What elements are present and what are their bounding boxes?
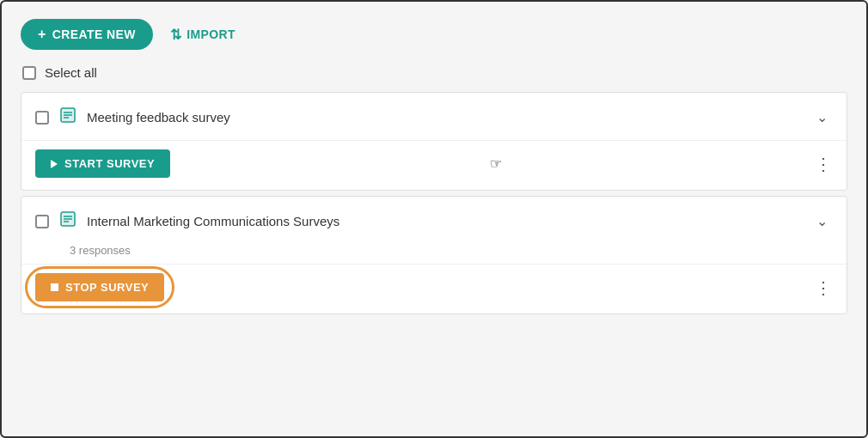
start-survey-label: START SURVEY [64, 157, 155, 170]
stop-survey-wrapper: STOP SURVEY [35, 273, 164, 301]
survey-1-action-row: START SURVEY ☞ ⋮ [21, 140, 847, 190]
survey-2-expand-button[interactable]: ⌄ [811, 211, 833, 231]
app-frame: + CREATE NEW ⇅ IMPORT Select all [0, 0, 868, 438]
cursor-indicator: ☞ [490, 155, 502, 172]
import-arrows-icon: ⇅ [170, 27, 181, 43]
survey-2-title: Internal Marketing Communications Survey… [87, 214, 801, 228]
survey-2-responses: 3 responses [56, 244, 847, 264]
survey-card-2: Internal Marketing Communications Survey… [21, 196, 847, 314]
import-button[interactable]: ⇅ IMPORT [170, 27, 235, 43]
stop-icon [51, 283, 58, 291]
survey-2-icon [59, 210, 76, 232]
select-all-row: Select all [21, 65, 847, 80]
survey-1-expand-button[interactable]: ⌄ [811, 107, 833, 127]
survey-card-1: Meeting feedback survey ⌄ START SURVEY ☞… [21, 92, 847, 191]
survey-1-title: Meeting feedback survey [87, 110, 801, 125]
survey-2-action-row: STOP SURVEY ⋮ [21, 264, 847, 313]
create-new-label: CREATE NEW [52, 27, 136, 41]
import-label: IMPORT [186, 27, 235, 41]
survey-1-icon [59, 106, 76, 128]
start-survey-button[interactable]: START SURVEY [35, 149, 170, 178]
survey-1-more-button[interactable]: ⋮ [815, 155, 833, 173]
survey-card-1-header: Meeting feedback survey ⌄ [21, 93, 847, 140]
survey-1-checkbox[interactable] [35, 111, 49, 125]
survey-card-2-header: Internal Marketing Communications Survey… [21, 197, 847, 244]
stop-survey-label: STOP SURVEY [65, 281, 149, 294]
plus-icon: + [38, 27, 46, 42]
survey-2-checkbox[interactable] [35, 215, 49, 228]
select-all-label: Select all [45, 65, 97, 80]
create-new-button[interactable]: + CREATE NEW [21, 19, 153, 50]
play-icon [51, 160, 58, 168]
survey-2-more-button[interactable]: ⋮ [815, 279, 833, 296]
toolbar: + CREATE NEW ⇅ IMPORT [21, 19, 847, 50]
stop-survey-button[interactable]: STOP SURVEY [35, 273, 164, 301]
select-all-checkbox[interactable] [22, 66, 36, 80]
